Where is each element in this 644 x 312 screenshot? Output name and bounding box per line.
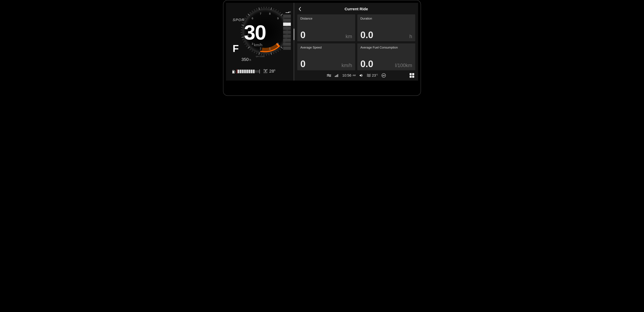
trim-segment xyxy=(283,14,291,18)
svg-rect-9 xyxy=(336,75,336,77)
stats-grid: Distance 0 km Duration 0.0 h Average Spe… xyxy=(297,14,415,70)
card-duration[interactable]: Duration 0.0 h xyxy=(357,14,415,41)
status-bar: 10:56 AM 23°C xyxy=(297,72,415,79)
svg-rect-3 xyxy=(232,73,235,73)
fuel-segment xyxy=(255,70,257,73)
tach-scale-number: 6 xyxy=(252,17,253,20)
water-temp-icon xyxy=(367,74,371,77)
card-title: Distance xyxy=(300,17,352,20)
clock-time: 10:56 xyxy=(342,73,351,77)
sliders-icon xyxy=(327,74,331,77)
panel-divider[interactable] xyxy=(294,3,294,81)
trim-segment xyxy=(283,34,291,38)
water-temp: 23°C xyxy=(367,73,378,77)
trim-segment xyxy=(283,18,291,22)
svg-rect-10 xyxy=(337,75,337,77)
fuel-segment xyxy=(253,70,255,73)
depth-unit: ft xyxy=(274,69,275,71)
divider-handle[interactable] xyxy=(294,28,294,40)
card-title: Average Fuel Consumption xyxy=(360,46,412,49)
card-unit: l/100km xyxy=(395,63,412,68)
fuel-segment xyxy=(242,70,244,73)
content-header: Current Ride xyxy=(297,5,415,12)
fuel-segment xyxy=(257,70,259,73)
tach-scale-number: 0 xyxy=(277,42,279,45)
card-unit: km/h xyxy=(342,63,352,68)
idf-icon: iDF xyxy=(382,73,386,78)
speaker-icon xyxy=(359,74,363,77)
rpm-unit-label: rpm X1000 xyxy=(256,55,264,57)
gauge-panel: SPORT 0123456789 30 km/h rpm X1000 F 350… xyxy=(226,3,294,81)
gear-indicator: F xyxy=(232,43,239,54)
trim-indicator xyxy=(283,10,291,50)
tach-scale-number: 7 xyxy=(260,12,261,15)
trim-segment xyxy=(283,22,291,26)
fuel-segment xyxy=(248,70,250,73)
trim-segment xyxy=(283,38,291,42)
svg-rect-11 xyxy=(338,74,338,77)
tach-scale-number: 9 xyxy=(277,17,279,20)
depth-icon xyxy=(263,69,268,73)
card-unit: km xyxy=(346,34,352,39)
idf-button[interactable]: iDF xyxy=(382,73,386,78)
fuel-segment xyxy=(244,70,246,73)
fuel-segment xyxy=(238,70,239,73)
card-average-fuel[interactable]: Average Fuel Consumption 0.0 l/100km xyxy=(357,43,415,70)
card-value: 0.0 xyxy=(360,59,373,68)
screen: SPORT 0123456789 30 km/h rpm X1000 F 350… xyxy=(226,3,418,81)
watercraft-trim-icon xyxy=(283,10,291,13)
speed-value: 30 xyxy=(244,22,266,43)
svg-text:iDF: iDF xyxy=(382,74,385,76)
fuel-pump-icon xyxy=(232,69,236,73)
water-temp-value: 23 xyxy=(372,73,376,77)
speed-unit: km/h xyxy=(254,43,262,47)
card-value: 0 xyxy=(300,30,306,39)
tach-scale-number: 1 xyxy=(269,47,270,50)
trim-segment xyxy=(283,26,291,30)
trim-segment xyxy=(283,42,291,46)
card-distance[interactable]: Distance 0 km xyxy=(297,14,355,41)
svg-rect-2 xyxy=(232,70,234,71)
engine-hours-unit: h xyxy=(249,58,251,61)
card-value: 0 xyxy=(300,59,306,68)
depth-reading: 28ft xyxy=(263,69,275,74)
settings-button[interactable] xyxy=(327,74,331,77)
cellular-signal-icon xyxy=(335,74,339,77)
card-title: Average Speed xyxy=(300,46,352,49)
fuel-full-mark xyxy=(260,69,260,73)
card-unit: h xyxy=(410,34,412,39)
card-average-speed[interactable]: Average Speed 0 km/h xyxy=(297,43,355,70)
card-value: 0.0 xyxy=(360,30,373,39)
svg-point-5 xyxy=(328,74,329,75)
depth-value: 28 xyxy=(269,69,274,73)
trim-segment xyxy=(283,30,291,34)
svg-rect-0 xyxy=(290,11,291,12)
apps-button[interactable] xyxy=(410,73,414,78)
fuel-bar xyxy=(237,69,260,73)
clock: 10:56 AM xyxy=(342,73,356,77)
chevron-left-icon xyxy=(298,7,301,11)
svg-point-7 xyxy=(329,75,330,77)
fuel-segment xyxy=(246,70,248,73)
fuel-segment xyxy=(240,70,242,73)
tach-scale-number: 2 xyxy=(260,47,261,50)
svg-rect-8 xyxy=(335,76,336,77)
device-frame: SPORT 0123456789 30 km/h rpm X1000 F 350… xyxy=(223,0,421,96)
page-title: Current Ride xyxy=(297,7,415,11)
clock-ampm: AM xyxy=(353,74,356,77)
back-button[interactable] xyxy=(297,6,302,11)
water-temp-unit: °C xyxy=(376,74,378,76)
fuel-empty-mark xyxy=(237,69,237,73)
volume-button[interactable] xyxy=(359,74,363,77)
engine-hours-value: 350 xyxy=(241,57,249,62)
content-panel: Current Ride Distance 0 km Duration 0.0 … xyxy=(294,3,418,81)
tach-scale-number: 8 xyxy=(269,12,270,15)
engine-hours: 350h xyxy=(241,57,251,62)
fuel-gauge xyxy=(232,69,260,73)
fuel-segment xyxy=(251,70,252,73)
trim-segment xyxy=(283,46,291,50)
card-title: Duration xyxy=(360,17,412,20)
